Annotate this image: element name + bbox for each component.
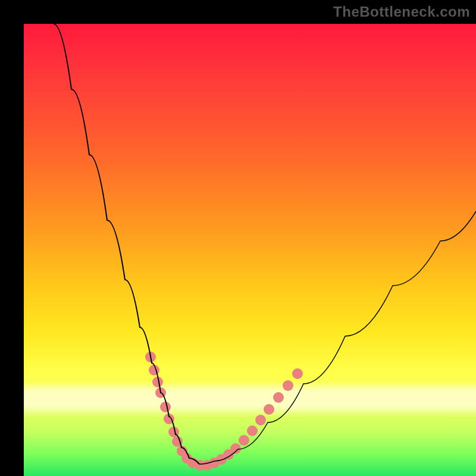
blob-marker [283, 380, 293, 391]
curve-right [199, 211, 476, 464]
blob-marker [255, 415, 266, 425]
curve-left [54, 24, 199, 464]
plot-area [24, 24, 476, 476]
chart-frame: TheBottleneck.com [0, 0, 476, 476]
blob-marker [149, 365, 159, 375]
blob-marker [160, 402, 171, 412]
blob-marker [292, 368, 303, 379]
blob-marker [273, 392, 284, 403]
watermark-text: TheBottleneck.com [333, 4, 470, 20]
curve-svg [24, 24, 476, 476]
blob-marker [239, 435, 249, 446]
blob-marker [247, 425, 258, 436]
blob-marker [264, 404, 274, 415]
blob-layer [145, 352, 303, 471]
blob-marker [230, 443, 241, 454]
